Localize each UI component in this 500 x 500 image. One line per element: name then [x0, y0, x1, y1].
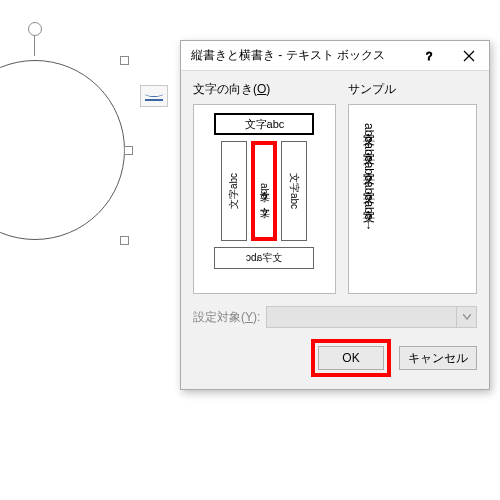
settings-target-combo — [266, 306, 477, 328]
orientation-label: 文字の向き(O) — [193, 81, 336, 98]
orientation-option-rotate-left-text: 文字abc — [227, 173, 241, 209]
orientation-option-horizontal-text: 文字abc — [245, 117, 285, 132]
dialog-titlebar[interactable]: 縦書きと横書き - テキスト ボックス ? — [181, 41, 489, 71]
orientation-option-bottom[interactable]: 文字abc — [214, 247, 314, 269]
orientation-option-vertical-text: 文字abc文字 — [259, 183, 269, 199]
cancel-button[interactable]: キャンセル — [399, 346, 477, 370]
ellipse-shape[interactable] — [0, 60, 125, 240]
orientation-options: 文字abc 文字abc 文字abc文字 文字abc 文字abc — [193, 104, 336, 294]
resize-handle-tr[interactable] — [120, 56, 129, 65]
ok-button-label: OK — [342, 351, 359, 365]
orientation-option-bottom-text: 文字abc — [246, 251, 282, 265]
rotate-stem — [34, 36, 35, 56]
resize-handle-br[interactable] — [120, 236, 129, 245]
sample-text: 文字abc文字abc文字abc文字abc文字abc→ — [359, 123, 378, 263]
settings-target-row: 設定対象(Y): — [181, 294, 489, 328]
svg-text:?: ? — [426, 50, 432, 62]
text-direction-dialog: 縦書きと横書き - テキスト ボックス ? 文字の向き(O) 文字abc 文字a… — [180, 40, 490, 390]
dialog-title: 縦書きと横書き - テキスト ボックス — [191, 47, 409, 64]
close-icon — [463, 50, 475, 62]
settings-target-label: 設定対象(Y): — [193, 309, 260, 326]
sample-preview: 文字abc文字abc文字abc文字abc文字abc→ — [348, 104, 477, 294]
orientation-option-horizontal[interactable]: 文字abc — [214, 113, 314, 135]
ok-button[interactable]: OK — [318, 346, 384, 370]
orientation-option-rotate-left[interactable]: 文字abc — [221, 141, 247, 241]
cancel-button-label: キャンセル — [408, 350, 468, 367]
orientation-option-vertical[interactable]: 文字abc文字 — [251, 141, 277, 241]
close-button[interactable] — [449, 41, 489, 71]
layout-options-button[interactable] — [140, 85, 168, 107]
orientation-option-rotate-right-text: 文字abc — [287, 173, 301, 209]
resize-handle-mr[interactable] — [124, 146, 133, 155]
help-button[interactable]: ? — [409, 41, 449, 71]
orientation-option-rotate-right[interactable]: 文字abc — [281, 141, 307, 241]
ok-highlight: OK — [311, 339, 391, 377]
sample-label: サンプル — [348, 81, 477, 98]
rotate-handle[interactable] — [28, 22, 42, 36]
layout-options-icon — [145, 91, 163, 101]
help-icon: ? — [423, 50, 435, 62]
chevron-down-icon — [456, 307, 476, 327]
